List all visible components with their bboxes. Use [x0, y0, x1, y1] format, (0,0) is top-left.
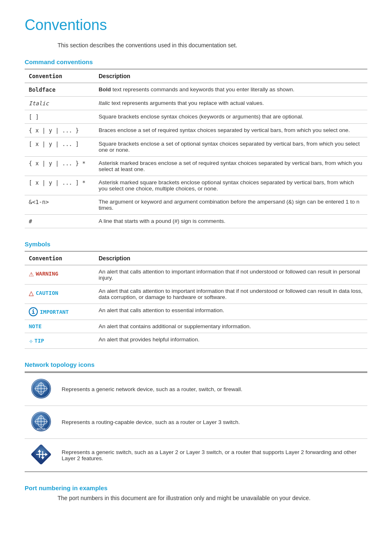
table-row: ✧ TIP An alert that provides helpful inf… [25, 333, 367, 349]
desc-cell: A line that starts with a pound (#) sign… [95, 215, 367, 228]
port-numbering-desc: The port numbers in this document are fo… [58, 495, 367, 501]
symbols-heading: Symbols [25, 241, 367, 248]
network-topology-heading: Network topology icons [25, 361, 367, 368]
table-row: △ CAUTION An alert that calls attention … [25, 285, 367, 304]
table-row: ROUTER Represents a routing-capable devi… [25, 406, 367, 439]
table-row: Represents a generic switch, such as a L… [25, 439, 367, 472]
table-row: Boldface Bold text represents commands a… [25, 83, 367, 97]
generic-device-desc: Represents a generic network device, suc… [58, 373, 367, 406]
tip-icon: ✧ [29, 336, 33, 345]
convention-cell: [ x | y | ... ] * [25, 176, 95, 195]
command-conventions-table: Convention Description Boldface Bold tex… [25, 69, 367, 228]
warning-label: WARNING [36, 271, 58, 277]
command-conventions-heading: Command conventions [25, 58, 367, 65]
generic-device-icon [30, 378, 52, 399]
note-label: NOTE [29, 323, 42, 329]
convention-col-header: Convention [25, 69, 95, 83]
tip-label: TIP [35, 338, 44, 344]
router-icon-cell: ROUTER [25, 406, 58, 439]
table-row: [ ] Square brackets enclose syntax choic… [25, 110, 367, 124]
desc-cell: Asterisk marked square brackets enclose … [95, 176, 367, 195]
table-row: &<1-n> The argument or keyword and argum… [25, 195, 367, 215]
convention-cell: Boldface [29, 86, 55, 93]
table-row: [ x | y | ... ] * Asterisk marked square… [25, 176, 367, 195]
desc-cell: Square brackets enclose a set of optiona… [95, 137, 367, 157]
table-row: NOTE An alert that contains additional o… [25, 320, 367, 333]
switch-icon [30, 444, 52, 465]
important-symbol: i IMPORTANT [29, 307, 90, 316]
convention-cell: [ ] [25, 110, 95, 124]
table-row: i IMPORTANT An alert that calls attentio… [25, 304, 367, 320]
convention-cell: [ x | y | ... ] [25, 137, 95, 157]
svg-text:ROUTER: ROUTER [37, 428, 46, 430]
desc-cell: Asterisk marked braces enclose a set of … [95, 157, 367, 176]
port-numbering-section: Port numbering in examples The port numb… [25, 484, 367, 501]
warning-desc: An alert that calls attention to importa… [95, 265, 367, 285]
convention-cell: { x | y | ... } [25, 124, 95, 137]
caution-symbol: △ CAUTION [29, 288, 90, 298]
tip-symbol: ✧ TIP [29, 336, 90, 345]
tip-desc: An alert that provides helpful informati… [95, 333, 367, 349]
note-desc: An alert that contains additional or sup… [95, 320, 367, 333]
symbols-section: Symbols Convention Description ⚠ WARNING… [25, 241, 367, 349]
description-col-header2: Description [95, 251, 367, 265]
convention-cell: # [25, 215, 95, 228]
router-desc: Represents a routing-capable device, suc… [58, 406, 367, 439]
page-title: Conventions [25, 16, 367, 34]
switch-icon-cell [25, 439, 58, 472]
convention-cell: &<1-n> [25, 195, 95, 215]
important-icon: i [29, 307, 38, 316]
generic-device-icon-cell [25, 373, 58, 406]
port-numbering-heading: Port numbering in examples [25, 484, 367, 491]
table-row: { x | y | ... } * Asterisk marked braces… [25, 157, 367, 176]
caution-label: CAUTION [36, 290, 58, 296]
convention-cell: { x | y | ... } * [25, 157, 95, 176]
network-topology-table: Represents a generic network device, suc… [25, 371, 367, 472]
switch-desc: Represents a generic switch, such as a L… [58, 439, 367, 472]
convention-cell: Italic [29, 100, 49, 107]
convention-col-header2: Convention [25, 251, 95, 265]
note-symbol: NOTE [29, 323, 90, 329]
table-row: Represents a generic network device, suc… [25, 373, 367, 406]
warning-icon: ⚠ [29, 269, 34, 278]
caution-desc: An alert that calls attention to importa… [95, 285, 367, 304]
symbols-table: Convention Description ⚠ WARNING An aler… [25, 251, 367, 349]
desc-cell: Braces enclose a set of required syntax … [95, 124, 367, 137]
network-topology-section: Network topology icons [25, 361, 367, 472]
warning-symbol: ⚠ WARNING [29, 269, 90, 278]
command-conventions-section: Command conventions Convention Descripti… [25, 58, 367, 228]
caution-icon: △ [29, 288, 34, 298]
table-row: { x | y | ... } Braces enclose a set of … [25, 124, 367, 137]
important-desc: An alert that calls attention to essenti… [95, 304, 367, 320]
table-row: # A line that starts with a pound (#) si… [25, 215, 367, 228]
table-row: Italic Italic text represents arguments … [25, 97, 367, 110]
description-col-header: Description [95, 69, 367, 83]
table-row: ⚠ WARNING An alert that calls attention … [25, 265, 367, 285]
desc-cell: Bold text represents commands and keywor… [99, 86, 294, 93]
desc-cell: Italic text represents arguments that yo… [99, 100, 264, 106]
router-icon: ROUTER [30, 411, 52, 432]
desc-cell: Square brackets enclose syntax choices (… [95, 110, 367, 124]
intro-text: This section describes the conventions u… [58, 42, 367, 49]
table-row: [ x | y | ... ] Square brackets enclose … [25, 137, 367, 157]
desc-cell: The argument or keyword and argument com… [95, 195, 367, 215]
important-label: IMPORTANT [40, 309, 69, 315]
